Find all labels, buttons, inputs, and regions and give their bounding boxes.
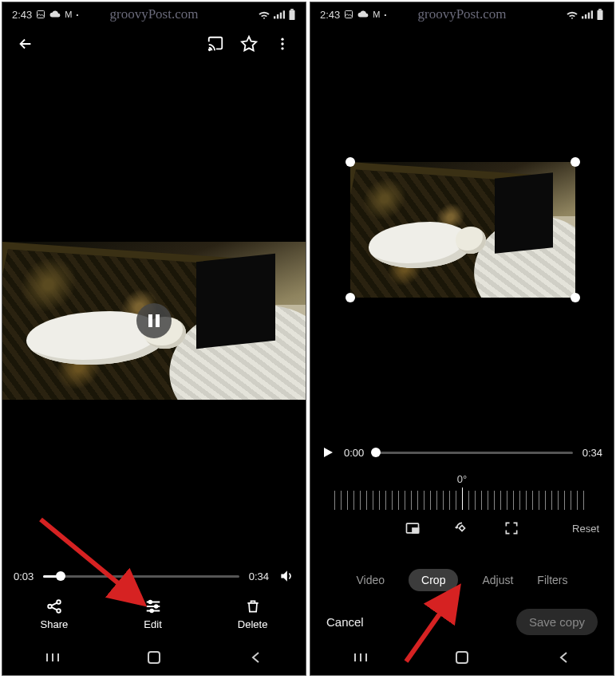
edit-label: Edit xyxy=(144,618,161,630)
seek-track[interactable] xyxy=(373,452,572,454)
signal-icon xyxy=(274,10,285,19)
status-time: 2:43 xyxy=(12,9,32,21)
svg-rect-3 xyxy=(280,13,282,19)
rotation-ruler[interactable] xyxy=(334,491,590,510)
status-left: 2:43 M • xyxy=(320,9,386,21)
delete-label: Delete xyxy=(238,618,268,630)
status-bar: 2:43 M • groovyPost.com xyxy=(310,2,614,26)
status-right xyxy=(258,9,296,20)
editor-footer: Cancel Save copy xyxy=(310,609,614,635)
android-navbar xyxy=(2,645,306,670)
rotation-degree: 0° xyxy=(310,473,614,485)
playback-bar: 0:03 0:34 xyxy=(2,568,306,584)
signal-icon xyxy=(582,10,593,19)
trash-icon xyxy=(244,598,262,615)
crop-handle-br[interactable] xyxy=(571,293,580,302)
svg-point-16 xyxy=(150,609,153,612)
picture-icon xyxy=(36,10,45,19)
status-right xyxy=(566,9,604,20)
tab-filters[interactable]: Filters xyxy=(537,574,567,586)
edit-button[interactable]: Edit xyxy=(144,598,161,630)
status-left: 2:43 M • xyxy=(12,9,78,21)
reset-button[interactable]: Reset xyxy=(572,523,599,535)
wifi-icon xyxy=(258,10,270,19)
back-button[interactable] xyxy=(14,32,38,56)
cloud-icon xyxy=(357,10,369,19)
expand-button[interactable] xyxy=(503,519,520,537)
svg-rect-2 xyxy=(277,14,278,18)
delete-button[interactable]: Delete xyxy=(238,598,268,630)
cloud-icon xyxy=(49,10,61,19)
status-bar: 2:43 M • groovyPost.com xyxy=(2,2,306,26)
svg-point-14 xyxy=(148,600,152,603)
edit-tabs: Video Crop Adjust Filters xyxy=(310,569,614,591)
wifi-icon xyxy=(566,10,578,19)
seek-track[interactable] xyxy=(43,575,239,578)
svg-point-9 xyxy=(281,42,283,45)
svg-rect-5 xyxy=(290,9,294,10)
svg-rect-27 xyxy=(413,528,419,533)
tab-video[interactable]: Video xyxy=(357,574,385,586)
dot-icon: • xyxy=(76,11,78,18)
gmail-icon: M xyxy=(373,10,380,19)
picture-icon xyxy=(344,10,353,19)
volume-icon[interactable] xyxy=(278,568,294,584)
total-time: 0:34 xyxy=(249,570,269,582)
total-time: 0:34 xyxy=(582,447,602,459)
phone-left: 2:43 M • groovyPost.com xyxy=(2,2,306,676)
svg-point-7 xyxy=(209,49,211,50)
svg-rect-22 xyxy=(588,13,590,19)
cancel-button[interactable]: Cancel xyxy=(326,615,364,629)
svg-rect-24 xyxy=(598,9,602,10)
watermark-text: groovyPost.com xyxy=(418,6,507,22)
svg-point-10 xyxy=(281,47,283,49)
svg-rect-20 xyxy=(582,16,583,18)
more-icon[interactable] xyxy=(270,32,294,56)
svg-rect-23 xyxy=(591,10,593,18)
share-button[interactable]: Share xyxy=(41,598,69,630)
battery-icon xyxy=(596,9,604,20)
share-label: Share xyxy=(41,618,69,630)
tab-crop[interactable]: Crop xyxy=(409,569,458,591)
play-icon[interactable] xyxy=(322,446,334,459)
save-copy-button[interactable]: Save copy xyxy=(516,609,598,635)
current-time: 0:00 xyxy=(344,447,364,459)
current-time: 0:03 xyxy=(14,570,34,582)
battery-icon xyxy=(288,9,296,20)
nav-back[interactable] xyxy=(247,649,263,665)
nav-home[interactable] xyxy=(454,649,470,665)
rotate-button[interactable] xyxy=(453,519,471,537)
watermark-text: groovyPost.com xyxy=(110,6,199,22)
dot-icon: • xyxy=(384,11,386,18)
svg-rect-1 xyxy=(274,16,275,18)
crop-handle-tr[interactable] xyxy=(571,157,580,167)
status-time: 2:43 xyxy=(320,9,340,21)
svg-rect-29 xyxy=(456,652,468,663)
crop-handle-bl[interactable] xyxy=(346,293,355,302)
playback-bar: 0:00 0:34 xyxy=(310,446,614,459)
video-preview[interactable] xyxy=(2,242,306,400)
nav-home[interactable] xyxy=(146,649,162,665)
aspect-ratio-button[interactable] xyxy=(404,519,421,537)
pause-button[interactable] xyxy=(136,303,172,338)
favorite-icon[interactable] xyxy=(237,32,261,56)
phone-right: 2:43 M • groovyPost.com xyxy=(310,2,614,676)
gmail-icon: M xyxy=(65,10,72,19)
nav-recent[interactable] xyxy=(353,649,369,665)
crop-handle-tl[interactable] xyxy=(346,157,355,167)
nav-recent[interactable] xyxy=(45,649,61,665)
edit-icon xyxy=(144,598,162,615)
cast-icon[interactable] xyxy=(203,32,227,56)
svg-rect-25 xyxy=(598,10,603,20)
android-navbar xyxy=(310,645,614,670)
tab-adjust[interactable]: Adjust xyxy=(482,574,513,586)
svg-rect-21 xyxy=(585,14,586,18)
nav-back[interactable] xyxy=(555,649,571,665)
svg-rect-28 xyxy=(459,525,464,531)
svg-point-15 xyxy=(154,605,157,608)
bottom-actions: Share Edit Delete xyxy=(2,589,306,638)
crop-preview[interactable] xyxy=(350,162,575,298)
svg-point-8 xyxy=(281,38,283,41)
share-icon xyxy=(45,598,63,615)
svg-rect-6 xyxy=(290,10,295,20)
